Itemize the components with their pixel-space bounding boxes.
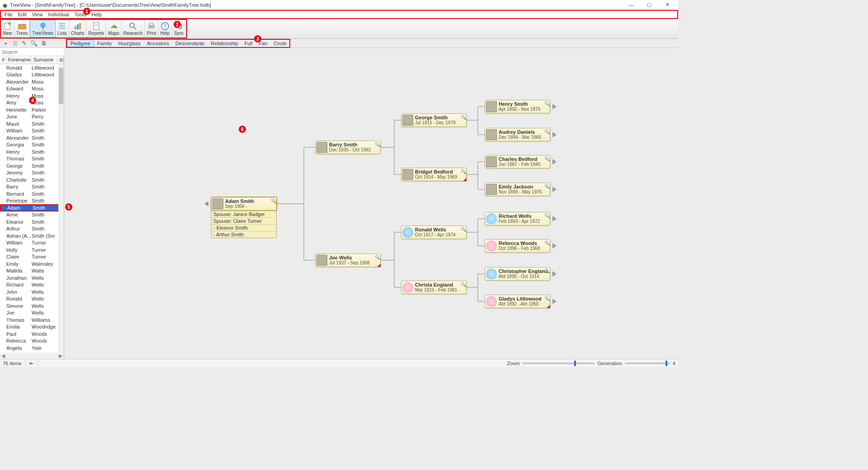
list-item[interactable]: RonaldWells xyxy=(0,296,64,303)
toolbar-maps[interactable]: Maps xyxy=(106,20,121,38)
expand-right-arrow[interactable] xyxy=(552,104,557,109)
tab-pedigree[interactable]: Pedigree xyxy=(67,40,94,47)
list-item[interactable]: EmiliaWoodridge xyxy=(0,324,64,331)
node-george-smith[interactable]: George SmithJul 1915 - Dec 1979 🔍 xyxy=(401,113,467,127)
expand-right-arrow[interactable] xyxy=(552,159,557,164)
node-rebecca-woods[interactable]: Rebecca WoodsOct 1896 - Feb 1968🔍 xyxy=(485,239,550,253)
expand-right-arrow[interactable] xyxy=(552,187,557,192)
node-christa-england[interactable]: Christa EnglandMar 1915 - Feb 1981 🔍 xyxy=(401,281,467,294)
delete-icon[interactable]: 🗑 xyxy=(12,40,18,47)
node-details[interactable]: Spouse: Janice Badger Spouse: Claire Tur… xyxy=(211,211,277,238)
list-item[interactable]: JoeWells xyxy=(0,310,64,317)
list-item[interactable]: PaulWoods xyxy=(0,330,64,338)
magnify-icon[interactable]: 🔍 xyxy=(544,296,549,301)
list-item[interactable]: EdwardMoss xyxy=(0,85,64,93)
zoom-slider[interactable] xyxy=(522,362,594,364)
col-options[interactable]: ⊞ xyxy=(57,56,64,64)
node-christopher-england[interactable]: Christopher EnglandAbt 1890 - Oct 1914🔍 xyxy=(485,267,550,281)
list-item[interactable]: AlexanderSmith xyxy=(0,134,64,141)
list-item[interactable]: BernardSmith xyxy=(0,190,64,197)
tab-circle[interactable]: Circle xyxy=(270,40,289,47)
node-charles-bedford[interactable]: Charles BedfordJun 1887 - Feb 1945🔍 xyxy=(485,155,550,169)
tab-full[interactable]: Full xyxy=(241,40,256,47)
toolbar-charts[interactable]: Charts xyxy=(69,20,86,38)
add-icon[interactable]: ＋ xyxy=(3,39,9,47)
node-henry-smith[interactable]: Henry SmithApr 1892 - Nov 1975🔍 xyxy=(485,100,550,113)
list-item[interactable]: CharlotteSmith xyxy=(0,176,64,183)
node-emily-jackson[interactable]: Emily JacksonNov 1889 - May 1976🔍 xyxy=(485,183,550,196)
list-item[interactable]: EleanorSmith xyxy=(0,218,64,226)
list-item[interactable]: JohnWells xyxy=(0,288,64,296)
list-item[interactable]: AngelaYate xyxy=(0,344,64,352)
expand-right-arrow[interactable] xyxy=(552,243,557,249)
node-bridget-bedford[interactable]: Bridget BedfordOct 1914 - May 1969 🔍 xyxy=(401,168,467,181)
tab-descendants[interactable]: Descendants xyxy=(172,40,208,47)
details-icon[interactable]: 🗎 xyxy=(41,40,47,47)
list-item[interactable]: HenrietteParker xyxy=(0,106,64,113)
list-item[interactable]: AlexanderMoss xyxy=(0,78,64,85)
node-ronald-wells[interactable]: Ronald WellsOct 1917 - Apr 1974 🔍 xyxy=(401,226,467,239)
magnify-icon[interactable]: 🔍 xyxy=(461,169,465,174)
edit-icon[interactable]: ✎ xyxy=(22,40,27,47)
node-richard-wells[interactable]: Richard WellsFeb 1893 - Apr 1972🔍 xyxy=(485,212,550,226)
toolbar-reports[interactable]: Reports xyxy=(86,20,106,38)
node-joe-wells[interactable]: Joe WellsJul 1937 - Sep 1998 🔍 xyxy=(315,254,381,267)
col-forename[interactable]: Forename xyxy=(6,56,32,64)
pedigree-canvas[interactable]: Adam Smith Sep 1966 - 🔍 Spouse: Janice B… xyxy=(64,48,678,359)
toolbar-trees[interactable]: Trees xyxy=(14,20,30,38)
menu-edit[interactable]: Edit xyxy=(15,11,29,18)
tab-family[interactable]: Family xyxy=(94,40,115,47)
magnify-icon[interactable]: 🔍 xyxy=(544,129,549,134)
menu-view[interactable]: View xyxy=(29,11,46,18)
expand-right-arrow[interactable] xyxy=(552,216,557,221)
node-audrey-daniels[interactable]: Audrey DanielsDec 1894 - Mar 1966🔍 xyxy=(485,128,550,141)
list-item[interactable]: WilliamTurner xyxy=(0,240,64,247)
menu-file[interactable]: File xyxy=(2,11,15,18)
list-item[interactable]: MatildaWatts xyxy=(0,268,64,275)
list-item[interactable]: EmilyWalmsley xyxy=(0,260,64,268)
node-adam-smith[interactable]: Adam Smith Sep 1966 - 🔍 xyxy=(211,197,277,211)
generation-slider[interactable] xyxy=(625,362,670,364)
collapse-panel-icon[interactable]: ⇤ xyxy=(29,360,34,367)
magnify-icon[interactable]: 🔍 xyxy=(375,142,379,146)
list-item[interactable]: BarrySmith xyxy=(0,183,64,191)
list-item[interactable]: ThomasWilliams xyxy=(0,316,64,324)
list-item[interactable]: RebeccaWoods xyxy=(0,338,64,345)
magnify-icon[interactable]: 🔍 xyxy=(544,240,549,245)
horizontal-scrollbar[interactable]: ◀▶ xyxy=(0,352,64,359)
toolbar-lists[interactable]: Lists xyxy=(56,20,69,38)
magnify-icon[interactable]: 🔍 xyxy=(544,268,549,273)
toolbar-treeviews[interactable]: TreeViews xyxy=(30,20,56,38)
list-item[interactable]: ArthurSmith xyxy=(0,226,64,233)
magnify-icon[interactable]: 🔍 xyxy=(544,213,549,218)
menu-individual[interactable]: Individual xyxy=(45,11,71,18)
list-item[interactable]: JeremySmith xyxy=(0,169,64,177)
tab-ancestors[interactable]: Ancestors xyxy=(144,40,172,47)
list-item[interactable]: ClaireTurner xyxy=(0,254,64,261)
list-item[interactable]: HollyTurner xyxy=(0,246,64,254)
tab-relationship[interactable]: Relationship xyxy=(208,40,241,47)
search-input[interactable] xyxy=(2,49,65,55)
list-item[interactable]: JonathanWells xyxy=(0,274,64,282)
list-item[interactable]: HenrySmith xyxy=(0,148,64,155)
list-item[interactable]: AnneSmith xyxy=(0,212,64,219)
expand-right-arrow[interactable] xyxy=(552,271,557,277)
list-item[interactable]: WilliamSmith xyxy=(0,127,64,135)
list-item[interactable]: Adrian (A...Smith (Sm xyxy=(0,232,64,240)
maximize-button[interactable]: ▢ xyxy=(640,0,658,10)
list-item[interactable]: AdamSmith xyxy=(0,204,64,212)
expand-left-arrow[interactable] xyxy=(204,201,208,207)
magnify-icon[interactable]: 🔍 xyxy=(544,156,549,161)
list-item[interactable]: SimoneWells xyxy=(0,302,64,310)
magnify-icon[interactable]: 🔍 xyxy=(544,101,549,106)
minimize-button[interactable]: — xyxy=(622,0,640,10)
node-gladys-littlewood[interactable]: Gladys LittlewoodAbt 1892 - Abt 1950🔍 xyxy=(485,295,550,308)
find-icon[interactable]: 🔍 xyxy=(30,40,38,47)
magnify-icon[interactable]: 🔍 xyxy=(461,282,465,287)
list-item[interactable]: GeorgeSmith xyxy=(0,162,64,169)
person-list[interactable]: RonaldLittlewoodGladysLittlewoodAlexande… xyxy=(0,64,64,352)
list-item[interactable]: RichardWells xyxy=(0,282,64,289)
magnify-icon[interactable]: 🔍 xyxy=(544,184,549,188)
toolbar-new[interactable]: New xyxy=(1,20,14,38)
list-item[interactable]: ThomasSmith xyxy=(0,155,64,163)
